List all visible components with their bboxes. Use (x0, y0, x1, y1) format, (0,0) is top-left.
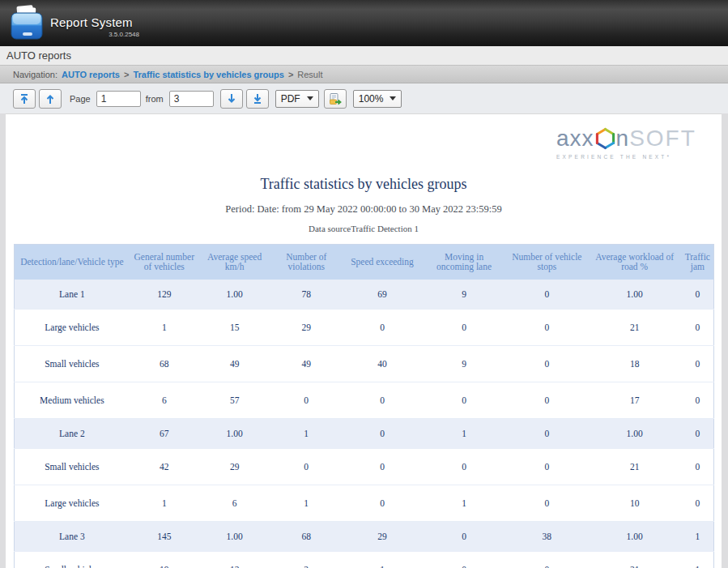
table-cell: 1.00 (199, 522, 270, 552)
arrow-down-icon (226, 93, 237, 105)
table-cell: 9 (422, 346, 506, 382)
arrow-up-icon (45, 93, 56, 105)
export-button[interactable] (324, 89, 347, 109)
table-cell: 0 (682, 310, 714, 346)
table-row-vehicle: Small vehicles6849494090180 (15, 346, 714, 382)
logo-text-axx: axx (556, 126, 594, 152)
table-cell: 1.00 (588, 522, 682, 552)
table-cell: 29 (270, 310, 342, 346)
table-cell: 12 (199, 552, 270, 568)
report-period: Period: Date: from 29 May 2022 00:00:00 … (6, 203, 722, 216)
breadcrumb: Navigation: AUTO reports > Traffic stati… (0, 66, 728, 83)
table-cell: 0 (506, 552, 588, 568)
breadcrumb-item-auto-reports[interactable]: AUTO reports (62, 70, 120, 79)
column-header: Moving in oncoming lane (422, 245, 506, 280)
breadcrumb-separator: > (124, 70, 129, 79)
table-cell: 0 (682, 280, 714, 310)
table-cell: Lane 2 (15, 419, 130, 449)
table-cell: 145 (130, 522, 199, 552)
column-header: Average speed km/h (199, 245, 270, 280)
table-cell: 0 (506, 419, 588, 449)
breadcrumb-label: Navigation: (13, 70, 57, 79)
table-cell: 0 (422, 449, 506, 485)
breadcrumb-item-result: Result (297, 70, 322, 79)
table-cell: 1 (422, 485, 506, 522)
logo-tagline: EXPERIENCE THE NEXT* (556, 154, 700, 160)
breadcrumb-item-traffic-statistics[interactable]: Traffic statistics by vehicles groups (133, 70, 283, 79)
table-cell: 17 (588, 382, 682, 419)
table-cell: 0 (270, 449, 342, 485)
table-header-row: Detection/lane/Vehicle typeGeneral numbe… (15, 245, 714, 280)
table-row-lane: Lane 11291.007869901.000 (15, 280, 714, 310)
table-cell: 10 (588, 485, 682, 522)
traffic-statistics-table: Detection/lane/Vehicle typeGeneral numbe… (14, 244, 714, 568)
table-cell: 0 (422, 310, 506, 346)
first-page-button[interactable] (13, 89, 36, 109)
chevron-down-icon (307, 96, 313, 100)
table-row-vehicle: Medium vehicles6570000170 (15, 382, 714, 419)
last-page-button[interactable] (246, 89, 269, 109)
table-cell: 21 (588, 310, 682, 346)
logo-text-n: n (616, 126, 630, 152)
column-header: Number of vehicle stops (506, 245, 588, 280)
table-row-vehicle: Small vehicles42290000210 (15, 449, 714, 485)
table-cell: 0 (506, 346, 588, 382)
column-header: Traffic jam (682, 245, 714, 280)
table-cell: Small vehicles (15, 449, 130, 485)
export-format-value: PDF (281, 93, 300, 105)
table-cell: 9 (422, 280, 506, 310)
arrow-up-bar-icon (19, 93, 30, 105)
table-cell: 0 (682, 419, 714, 449)
table-cell: 19 (130, 552, 199, 568)
table-cell: 0 (343, 382, 422, 419)
export-format-select[interactable]: PDF (275, 90, 319, 108)
table-cell: Lane 1 (15, 280, 130, 310)
table-cell: 0 (270, 382, 342, 419)
column-header: Number of violations (270, 245, 342, 280)
table-cell: 129 (130, 280, 199, 310)
column-header: General number of vehicles (130, 245, 199, 280)
from-label: from (146, 94, 164, 104)
table-cell: 2 (270, 552, 342, 568)
table-cell: 0 (682, 449, 714, 485)
table-cell: Small vehicles (15, 346, 130, 382)
page-input[interactable] (96, 91, 141, 107)
table-cell: 0 (343, 485, 422, 522)
total-pages-input[interactable] (169, 91, 214, 107)
logo-text-soft: SOFT (629, 126, 696, 152)
section-bar: AUTO reports (0, 46, 728, 66)
table-cell: 1.00 (588, 280, 682, 310)
table-cell: 68 (270, 522, 342, 552)
table-cell: 1 (682, 522, 714, 552)
next-page-button[interactable] (220, 89, 243, 109)
table-cell: 0 (506, 280, 588, 310)
table-cell: 40 (343, 346, 422, 382)
table-cell: 0 (682, 485, 714, 522)
report-toolbar: Page from PDF 100% (0, 83, 728, 113)
table-row-vehicle: Large vehicles161010100 (15, 485, 714, 522)
table-cell: Small vehicles (15, 552, 130, 568)
table-cell: 1 (422, 419, 506, 449)
report-page: axx n SOFT EXPERIENCE THE NEXT* Traffic … (6, 113, 722, 568)
app-header: Report System 3.5.0.2548 (0, 0, 728, 46)
table-cell: 18 (588, 346, 682, 382)
table-cell: 0 (422, 382, 506, 419)
export-report-icon (329, 92, 342, 105)
table-cell: 0 (506, 310, 588, 346)
table-cell: 1 (130, 310, 199, 346)
zoom-select[interactable]: 100% (353, 90, 402, 108)
table-cell: 49 (199, 346, 270, 382)
table-cell: 0 (422, 522, 506, 552)
previous-page-button[interactable] (39, 89, 62, 109)
column-header: Average workload of road % (588, 245, 682, 280)
page-label: Page (70, 94, 91, 104)
arrow-down-bar-icon (252, 93, 263, 105)
table-cell: 69 (343, 280, 422, 310)
table-cell: 42 (130, 449, 199, 485)
table-cell: 0 (506, 382, 588, 419)
table-cell: 6 (199, 485, 270, 522)
table-cell: 38 (506, 522, 588, 552)
table-cell: 0 (506, 449, 588, 485)
table-cell: 1.00 (199, 280, 270, 310)
table-cell: 1.00 (199, 419, 270, 449)
